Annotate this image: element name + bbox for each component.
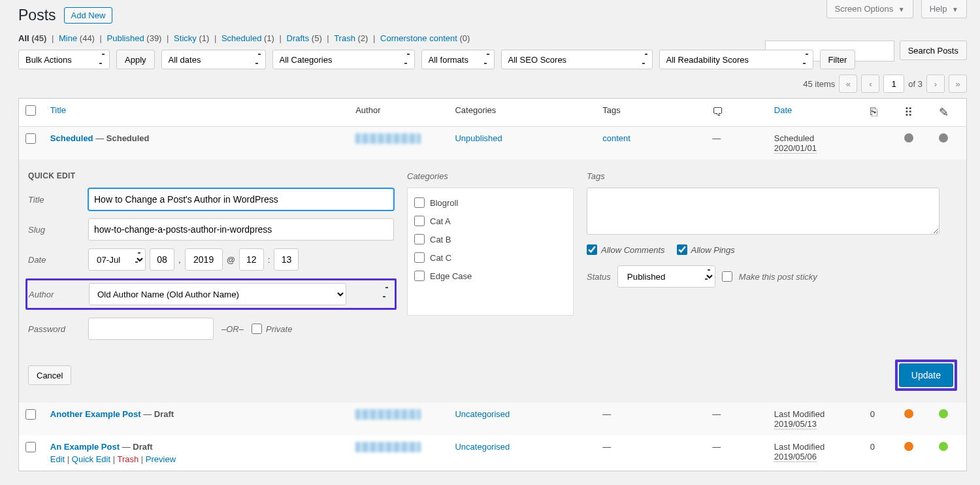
slug-input[interactable] xyxy=(88,218,394,241)
status-select[interactable]: Published xyxy=(617,265,715,288)
quick-edit-legend: QUICK EDIT xyxy=(28,171,394,180)
posts-table: Title Author Categories Tags 🗨 Date ⎘ ⠿ … xyxy=(18,98,967,471)
date-month-select[interactable]: 07-Jul xyxy=(88,248,146,271)
comments-count: — xyxy=(706,435,768,471)
comments-count: — xyxy=(706,127,768,160)
select-all-checkbox[interactable] xyxy=(25,105,36,116)
category-link[interactable]: Unpublished xyxy=(455,133,502,143)
cancel-button[interactable]: Cancel xyxy=(28,365,71,385)
screen-options-button[interactable]: Screen Options ▼ xyxy=(826,0,913,18)
view-cornerstone[interactable]: Cornerstone content (0) xyxy=(380,33,470,43)
view-scheduled[interactable]: Scheduled (1) xyxy=(221,33,274,43)
category-option[interactable]: Blogroll xyxy=(414,193,566,212)
category-option[interactable]: Cat B xyxy=(414,230,566,248)
prev-page-button[interactable]: ‹ xyxy=(861,75,879,93)
chevron-down-icon: ▼ xyxy=(952,6,958,13)
bulk-actions-select[interactable]: Bulk Actions xyxy=(18,50,110,69)
row-action-quick-edit[interactable]: Quick Edit xyxy=(72,454,110,464)
col-categories: Categories xyxy=(448,99,596,127)
outgoing-links-icon: ⎘ xyxy=(870,105,877,118)
help-button[interactable]: Help ▼ xyxy=(921,0,967,18)
tag-link[interactable]: content xyxy=(602,133,630,143)
category-option[interactable]: Cat A xyxy=(414,212,566,230)
chevron-down-icon: ▼ xyxy=(898,6,905,13)
tags-textarea[interactable] xyxy=(587,188,939,235)
category-checkbox[interactable] xyxy=(414,216,425,226)
tags-cell: — xyxy=(596,435,706,471)
first-page-button[interactable]: « xyxy=(839,75,857,93)
private-label: Private xyxy=(266,324,292,334)
post-title-link[interactable]: Another Example Post xyxy=(50,409,141,419)
seo-icon: ✎ xyxy=(939,106,949,119)
row-checkbox[interactable] xyxy=(25,409,36,420)
password-input[interactable] xyxy=(88,318,214,340)
search-posts-button[interactable]: Search Posts xyxy=(900,41,967,60)
row-checkbox[interactable] xyxy=(25,133,36,144)
date-hour-input[interactable] xyxy=(239,248,264,271)
author-link[interactable] xyxy=(355,442,421,452)
date-label: Date xyxy=(28,255,84,265)
last-page-button[interactable]: » xyxy=(949,75,967,93)
password-label: Password xyxy=(28,324,84,334)
row-checkbox[interactable] xyxy=(25,442,36,452)
readability-icon: ⠿ xyxy=(904,106,913,119)
date-day-input[interactable] xyxy=(150,248,174,271)
seo-dot-icon xyxy=(939,133,948,142)
categories-checklist: Blogroll Cat A Cat B Cat C Edge Case xyxy=(407,188,574,316)
col-date[interactable]: Date xyxy=(768,99,864,127)
sticky-checkbox[interactable] xyxy=(722,271,732,282)
next-page-button[interactable]: › xyxy=(926,75,945,93)
view-all[interactable]: All (45) xyxy=(18,33,46,43)
author-link[interactable] xyxy=(355,133,421,144)
title-input[interactable] xyxy=(88,188,394,210)
view-drafts[interactable]: Drafts (5) xyxy=(287,33,322,43)
view-trash[interactable]: Trash (2) xyxy=(334,33,368,43)
category-option[interactable]: Edge Case xyxy=(414,267,566,285)
formats-select[interactable]: All formats xyxy=(421,50,495,69)
slug-label: Slug xyxy=(28,225,84,235)
col-author: Author xyxy=(349,99,448,127)
author-select[interactable]: Old Author Name (Old Author Name) xyxy=(89,283,346,305)
categories-select[interactable]: All Categories xyxy=(272,50,415,69)
pagination-count: 45 items xyxy=(803,79,835,89)
allow-pings-label[interactable]: Allow Pings xyxy=(677,244,735,255)
col-title[interactable]: Title xyxy=(44,99,349,127)
allow-comments-checkbox[interactable] xyxy=(587,244,597,255)
category-checkbox[interactable] xyxy=(414,234,425,244)
date-value: 2019/05/13 xyxy=(774,419,817,429)
row-action-edit[interactable]: Edit xyxy=(50,454,65,464)
readability-scores-select[interactable]: All Readability Scores xyxy=(659,50,813,69)
dates-select[interactable]: All dates xyxy=(161,50,266,69)
comments-icon[interactable]: 🗨 xyxy=(712,105,724,118)
post-title-link[interactable]: An Example Post xyxy=(50,442,120,452)
private-checkbox[interactable] xyxy=(252,324,262,334)
author-link[interactable] xyxy=(355,409,421,420)
allow-pings-checkbox[interactable] xyxy=(677,244,687,255)
tags-cell: — xyxy=(596,403,706,435)
date-value: 2020/01/01 xyxy=(774,143,817,154)
post-title-link[interactable]: Scheduled xyxy=(50,133,93,143)
category-checkbox[interactable] xyxy=(414,252,425,263)
category-link[interactable]: Uncategorised xyxy=(455,409,510,419)
category-option[interactable]: Cat C xyxy=(414,248,566,267)
date-minute-input[interactable] xyxy=(274,248,299,271)
category-link[interactable]: Uncategorised xyxy=(455,442,510,452)
view-published[interactable]: Published (39) xyxy=(107,33,162,43)
seo-dot-icon xyxy=(939,442,948,451)
title-label: Title xyxy=(28,195,84,205)
category-checkbox[interactable] xyxy=(414,271,425,281)
date-year-input[interactable] xyxy=(185,248,223,271)
apply-button[interactable]: Apply xyxy=(116,50,155,69)
view-mine[interactable]: Mine (44) xyxy=(59,33,95,43)
current-page-input[interactable] xyxy=(883,75,904,93)
row-action-trash[interactable]: Trash xyxy=(117,454,139,464)
row-action-preview[interactable]: Preview xyxy=(146,454,176,464)
view-sticky[interactable]: Sticky (1) xyxy=(174,33,209,43)
allow-comments-label[interactable]: Allow Comments xyxy=(587,244,665,255)
status-label: Status xyxy=(587,272,611,282)
seo-scores-select[interactable]: All SEO Scores xyxy=(501,50,653,69)
add-new-button[interactable]: Add New xyxy=(64,7,113,24)
category-checkbox[interactable] xyxy=(414,197,425,208)
update-button[interactable]: Update xyxy=(899,363,953,387)
filter-button[interactable]: Filter xyxy=(820,50,856,69)
